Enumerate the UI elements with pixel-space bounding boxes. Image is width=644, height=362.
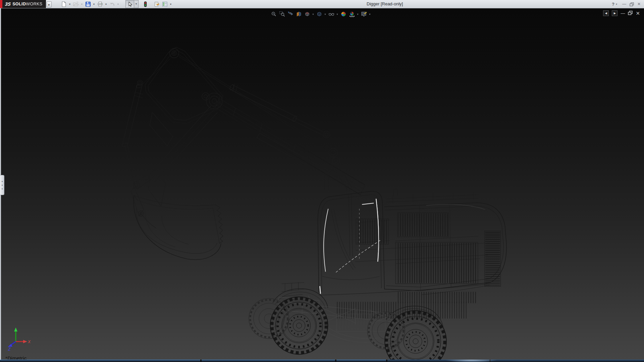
titlebar: 3S SOLIDWORKS ▶ ▾ ▾ ▾ ▾ ▾ ▾ (0, 0, 644, 8)
file-properties-icon (154, 1, 160, 7)
rebuild-traffic-light-icon (143, 1, 148, 7)
triad-x-label: X (28, 340, 31, 344)
apply-scene-icon (349, 11, 355, 17)
open-dropdown-caret: ▾ (80, 3, 84, 6)
view-settings-button[interactable] (360, 10, 368, 18)
close-button[interactable]: ✕ (636, 2, 642, 6)
open-folder-icon (73, 1, 79, 7)
options-dropdown-caret[interactable]: ▾ (169, 3, 173, 6)
cab-highlight-edges (320, 199, 382, 294)
print-dropdown-caret[interactable]: ▾ (104, 3, 108, 6)
taskbar-button[interactable] (0, 360, 200, 362)
select-cursor-icon (127, 1, 133, 7)
options-button[interactable] (161, 0, 169, 8)
display-style-caret[interactable]: ▾ (323, 13, 327, 16)
collapse-left-pane-icon[interactable]: ◀ (603, 10, 609, 16)
collapse-right-pane-icon[interactable]: ▶ (612, 10, 618, 16)
undo-dropdown-caret: ▾ (116, 3, 120, 6)
apply-scene-caret[interactable]: ▾ (356, 13, 360, 16)
previous-view-button[interactable] (286, 10, 294, 18)
undo-button[interactable] (108, 0, 116, 8)
menu-expand-icon: ▶ (48, 3, 50, 6)
restore-icon (630, 2, 634, 6)
brand-red-stripe (0, 0, 2, 8)
undo-icon (109, 1, 115, 7)
zoom-to-area-icon (279, 11, 285, 17)
restore-button[interactable] (629, 2, 635, 6)
save-button[interactable] (84, 0, 92, 8)
solidworks-logo-text: SOLIDWORKS (12, 2, 42, 6)
triad-x-arrowhead (23, 340, 27, 343)
wheel-front-near (270, 297, 328, 354)
standard-toolbar: ▾ ▾ ▾ ▾ ▾ ▾ ▾ (60, 0, 173, 8)
new-dropdown-caret[interactable]: ▾ (68, 3, 72, 6)
zoom-to-fit-button[interactable] (269, 10, 278, 18)
view-settings-caret[interactable]: ▾ (368, 13, 372, 16)
file-properties-button[interactable] (153, 0, 161, 8)
view-orientation-icon (304, 11, 310, 17)
zoom-to-area-button[interactable] (278, 10, 286, 18)
taskbar-glow (446, 360, 496, 362)
document-minimize-button[interactable]: — (621, 11, 625, 16)
section-view-icon (296, 11, 302, 17)
save-dropdown-caret[interactable]: ▾ (92, 3, 96, 6)
document-close-button[interactable]: ✕ (636, 11, 640, 16)
save-icon (85, 1, 91, 7)
solidworks-logo: 3S SOLIDWORKS (2, 0, 46, 8)
display-style-icon (316, 11, 322, 17)
print-icon (97, 1, 103, 7)
featuremanager-collapsed-tab[interactable]: ◂ ◂ ◂ (0, 175, 4, 195)
view-orientation-caret[interactable]: ▾ (311, 13, 315, 16)
pane-tab-arrow-icon: ◂ (1, 188, 2, 190)
print-button[interactable] (96, 0, 104, 8)
hide-show-items-button[interactable] (327, 10, 335, 18)
hide-show-items-icon (328, 11, 334, 17)
titlebar-controls: ? ▾ — ✕ (612, 0, 642, 8)
select-dropdown-caret[interactable]: ▾ (134, 0, 139, 8)
help-dropdown-caret[interactable]: ▾ (616, 3, 617, 6)
new-document-icon (61, 1, 67, 7)
zoom-to-fit-icon (271, 11, 277, 17)
windows-taskbar-sliver[interactable] (0, 360, 644, 362)
document-restore-button[interactable] (628, 11, 633, 16)
triad-z-label: Z (8, 347, 11, 351)
help-icon[interactable]: ? (612, 2, 614, 7)
rebuild-button[interactable] (141, 0, 149, 8)
view-orientation-button[interactable] (303, 10, 311, 18)
triad-y-arrowhead (14, 327, 17, 331)
taskbar-button[interactable] (491, 360, 644, 362)
pane-tab-arrow-icon: ◂ (1, 184, 2, 186)
taskbar-button[interactable] (202, 360, 335, 362)
window-title: Digger [Read-only] (367, 0, 403, 8)
headsup-view-toolbar: ▾ ▾ ▾ ▾ ▾ (269, 10, 372, 18)
hide-show-items-caret[interactable]: ▾ (335, 13, 339, 16)
open-document-button[interactable] (72, 0, 80, 8)
section-view-button[interactable] (294, 10, 303, 18)
graphics-area[interactable]: ▾ ▾ ▾ ▾ ▾ ◀ ▶ — ✕ ◂ ◂ ◂ (0, 8, 644, 360)
menu-expand-button[interactable]: ▶ (47, 1, 52, 7)
edit-appearance-icon (340, 11, 346, 17)
view-settings-icon (361, 11, 367, 17)
apply-scene-button[interactable] (347, 10, 356, 18)
model-wireframe-digger[interactable] (1, 8, 644, 360)
pane-tab-arrow-icon: ◂ (1, 180, 2, 182)
edit-appearance-button[interactable] (339, 10, 347, 18)
new-document-button[interactable] (60, 0, 68, 8)
options-icon (162, 1, 168, 7)
taskbar-button[interactable] (336, 360, 386, 362)
select-tool-button[interactable] (125, 0, 134, 8)
document-restore-icon (628, 11, 633, 15)
document-window-controls: ◀ ▶ — ✕ (603, 10, 640, 16)
solidworks-logo-mark: 3S (5, 1, 11, 7)
previous-view-icon (287, 11, 293, 17)
orientation-triad[interactable]: X Z (4, 326, 33, 351)
display-style-button[interactable] (315, 10, 323, 18)
minimize-button[interactable]: — (621, 2, 627, 6)
